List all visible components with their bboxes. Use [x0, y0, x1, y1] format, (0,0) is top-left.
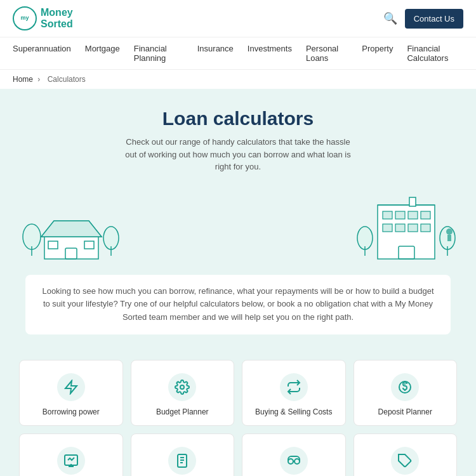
svg-marker-4 — [41, 221, 102, 237]
nav-mortgage[interactable]: Mortgage — [85, 44, 120, 63]
calc-icon — [391, 447, 419, 475]
svg-marker-28 — [65, 381, 77, 393]
svg-rect-19 — [383, 224, 392, 232]
calc-label: Buying & Selling Costs — [249, 407, 339, 416]
house-illustrations — [13, 186, 463, 262]
house-left-icon — [19, 186, 121, 262]
nav-property[interactable]: Property — [362, 44, 393, 63]
header-right: 🔍 Contact Us — [383, 9, 463, 29]
nav-superannuation[interactable]: Superannuation — [13, 44, 71, 63]
svg-point-29 — [180, 385, 184, 389]
nav-insurance[interactable]: Insurance — [197, 44, 234, 63]
breadcrumb-home[interactable]: Home — [13, 75, 33, 84]
main-nav: Superannuation Mortgage Financial Planni… — [0, 37, 476, 70]
calc-card-buying--selling-costs[interactable]: Buying & Selling Costs — [242, 360, 346, 426]
calculators-grid: Borrowing powerBudget PlannerBuying & Se… — [19, 360, 457, 476]
header: my Money Sorted 🔍 Contact Us — [0, 0, 476, 37]
info-text: Looking to see how much you can borrow, … — [41, 285, 435, 324]
calc-icon — [168, 373, 196, 401]
info-section: Looking to see how much you can borrow, … — [0, 275, 476, 347]
logo-my: my — [20, 15, 29, 22]
logo-sorted: Sorted — [41, 18, 73, 29]
svg-point-0 — [23, 224, 41, 249]
calc-label: Budget Planner — [138, 407, 228, 416]
svg-rect-18 — [421, 211, 430, 219]
calc-card-budget-planner[interactable]: Budget Planner — [131, 360, 235, 426]
nav-financial-planning[interactable]: Financial Planning — [134, 44, 183, 63]
search-icon[interactable]: 🔍 — [383, 11, 397, 25]
svg-rect-17 — [408, 211, 418, 219]
contact-button[interactable]: Contact Us — [405, 9, 463, 29]
page-title: Loan calculators — [13, 108, 463, 129]
info-box: Looking to see how much you can borrow, … — [25, 275, 451, 334]
nav-personal-loans[interactable]: Personal Loans — [306, 44, 348, 63]
calc-card-deposit-planner[interactable]: Deposit Planner — [354, 360, 458, 426]
calc-icon — [57, 447, 85, 475]
svg-rect-20 — [395, 224, 405, 232]
calc-icon — [280, 447, 308, 475]
nav-investments[interactable]: Investments — [248, 44, 292, 63]
calc-label: Borrowing power — [26, 407, 116, 416]
svg-rect-22 — [421, 224, 430, 232]
svg-rect-16 — [395, 211, 405, 219]
calc-icon — [391, 373, 419, 401]
calc-label: Deposit Planner — [360, 407, 451, 416]
logo-money: Money — [41, 7, 73, 18]
svg-point-36 — [288, 459, 293, 464]
breadcrumb: Home › Calculators — [0, 70, 476, 89]
logo-text: Money Sorted — [41, 7, 73, 29]
hero-section: Loan calculators Check out our range of … — [0, 89, 476, 275]
logo-circle: my — [13, 6, 37, 30]
svg-point-30 — [399, 381, 411, 393]
breadcrumb-current: Calculators — [48, 75, 86, 84]
calculators-section: Borrowing powerBudget PlannerBuying & Se… — [0, 347, 476, 476]
calc-icon — [57, 373, 85, 401]
svg-point-26 — [446, 228, 453, 235]
logo: my Money Sorted — [13, 6, 73, 30]
calc-card-expense-planner[interactable]: Expense Planner — [19, 433, 123, 476]
calc-card-loan-comparison[interactable]: Loan Comparison — [242, 433, 346, 476]
svg-point-8 — [103, 227, 119, 249]
hero-description: Check out our range of handy calculators… — [124, 136, 352, 173]
svg-rect-15 — [383, 211, 392, 219]
calc-card-borrowing-power[interactable]: Borrowing power — [19, 360, 123, 426]
house-right-icon — [355, 186, 457, 262]
nav-financial-calculators[interactable]: Financial Calculators — [407, 44, 463, 63]
calc-card-personal-loan[interactable]: Personal Loan — [354, 433, 458, 476]
svg-point-10 — [357, 227, 373, 249]
breadcrumb-separator: › — [37, 75, 42, 84]
calc-icon — [168, 447, 196, 475]
svg-rect-27 — [447, 235, 451, 241]
svg-rect-14 — [409, 197, 416, 206]
svg-rect-21 — [408, 224, 418, 232]
svg-point-37 — [294, 459, 300, 464]
calc-card-income-tax[interactable]: Income Tax — [131, 433, 235, 476]
calc-icon — [280, 373, 308, 401]
